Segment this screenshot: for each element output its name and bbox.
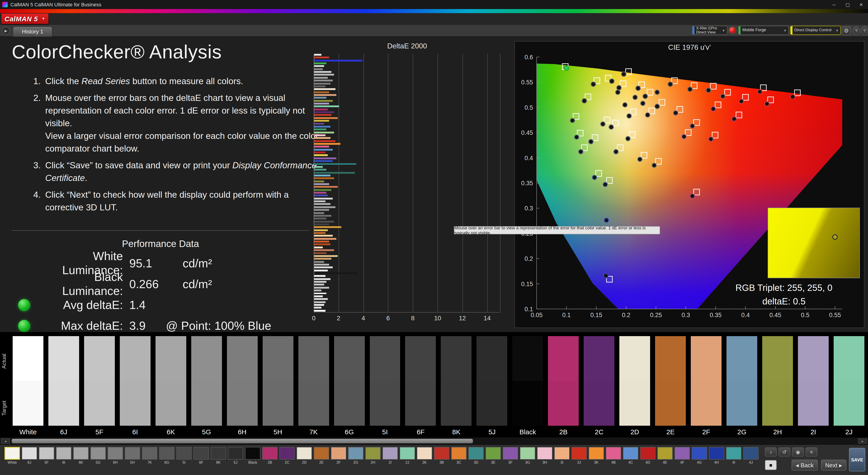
deltae-error-bar[interactable]	[314, 80, 333, 82]
datapoint-swatch[interactable]: 3J	[571, 447, 587, 465]
deltae-error-bar[interactable]	[314, 200, 325, 202]
pattern-window-button[interactable]: ■	[765, 460, 777, 470]
deltae-error-bar[interactable]	[314, 103, 329, 105]
deltae-error-bar[interactable]	[314, 146, 329, 148]
datapoint-swatch[interactable]: 4D	[640, 447, 655, 465]
datapoint-swatch[interactable]: 2I	[382, 447, 398, 465]
refresh-icon-button[interactable]: ↺	[778, 447, 790, 456]
datapoint-swatch[interactable]: 2H	[365, 447, 381, 465]
datapoint-swatch[interactable]: 5I	[176, 447, 192, 465]
camera-icon-button[interactable]: ◉	[792, 447, 804, 456]
deltae-error-bar[interactable]	[314, 62, 327, 64]
datapoint-swatch[interactable]: 5G	[90, 447, 106, 465]
deltae-error-bar[interactable]	[314, 224, 329, 225]
deltae-error-bar[interactable]	[314, 304, 324, 306]
deltae-error-bar[interactable]	[314, 241, 329, 242]
save-button[interactable]: SAVE	[849, 448, 865, 471]
deltae-error-bar[interactable]	[314, 244, 330, 245]
deltae-error-bar[interactable]	[314, 258, 332, 260]
close-button[interactable]: ✕	[855, 0, 868, 9]
display-control-selector[interactable]: Direct Display Control ▼	[790, 26, 841, 35]
deltae-error-bar[interactable]	[314, 195, 328, 197]
deltae-error-bar[interactable]	[314, 59, 363, 61]
deltae-error-bar[interactable]	[314, 140, 335, 142]
scrollbar-handle[interactable]	[12, 439, 473, 443]
deltae-error-bar[interactable]	[314, 293, 327, 294]
deltae-error-bar[interactable]	[314, 206, 335, 208]
deltae-error-bar[interactable]	[314, 94, 337, 96]
deltae-error-bar[interactable]	[314, 97, 327, 99]
deltae-error-bar[interactable]	[314, 128, 327, 130]
datapoint-swatch[interactable]: 6F	[193, 447, 209, 465]
minimize-button[interactable]: ─	[827, 0, 841, 9]
deltae-error-bar[interactable]	[314, 198, 333, 200]
deltae-error-bar[interactable]	[314, 218, 327, 219]
deltae-error-bar[interactable]	[314, 215, 332, 217]
deltae-error-bar[interactable]	[314, 307, 322, 309]
datapoint-swatch[interactable]: 3G	[520, 447, 535, 465]
deltae-error-bar[interactable]	[314, 54, 322, 56]
deltae-error-bar[interactable]	[314, 295, 323, 297]
datapoint-swatch[interactable]: 3F	[503, 447, 518, 465]
help-button[interactable]: ?	[852, 26, 860, 35]
deltae-error-bar[interactable]	[314, 68, 323, 70]
deltae-error-bar[interactable]	[314, 180, 324, 182]
deltae-error-bar[interactable]	[314, 71, 332, 73]
meter-selector[interactable]: X-Rite i1Pro Direct View ▼	[692, 26, 727, 35]
datapoint-swatch[interactable]: 3D	[468, 447, 484, 465]
deltae-error-bar[interactable]	[314, 154, 328, 156]
calman-logo-menu[interactable]: CalMAN 5 ▼	[1, 13, 49, 24]
deltae-error-bar[interactable]	[314, 143, 340, 145]
datapoint-swatch[interactable]: 2C	[279, 447, 295, 465]
help-button-2[interactable]: ?	[861, 26, 868, 35]
deltae-error-bar[interactable]	[314, 255, 338, 257]
deltae-error-bar[interactable]	[314, 264, 329, 266]
deltae-error-bar[interactable]	[314, 86, 325, 87]
deltae-error-bar[interactable]	[314, 88, 335, 90]
datapoint-swatch[interactable]: 2B	[262, 447, 278, 465]
deltae-error-bar[interactable]	[314, 91, 329, 93]
deltae-error-bar[interactable]	[314, 287, 329, 289]
deltae-error-bar[interactable]	[314, 137, 330, 139]
datapoint-swatch[interactable]: 4I	[726, 447, 741, 465]
deltae-error-bar[interactable]	[314, 77, 328, 79]
datapoint-swatch[interactable]: 2F	[331, 447, 346, 465]
datapoint-swatch[interactable]: 6I	[56, 447, 71, 465]
deltae-error-bar[interactable]	[314, 169, 327, 171]
datapoint-swatch[interactable]: 3B	[434, 447, 450, 465]
deltae-error-bar[interactable]	[314, 131, 334, 133]
deltae-error-bar[interactable]	[314, 229, 328, 231]
deltae-error-bar[interactable]	[314, 117, 338, 119]
deltae-error-bar[interactable]	[314, 227, 342, 228]
deltae-error-bar[interactable]	[314, 74, 334, 76]
deltae-error-bar[interactable]	[314, 172, 355, 174]
deltae-error-bar[interactable]	[314, 111, 334, 113]
source-selector[interactable]: Mobile Forge ▼	[738, 26, 789, 35]
deltae-error-bar[interactable]	[314, 100, 333, 101]
deltae-error-bar[interactable]	[314, 252, 327, 254]
deltae-error-bar[interactable]	[314, 235, 333, 237]
deltae-error-bar[interactable]	[314, 83, 330, 84]
deltae-error-bar[interactable]	[314, 109, 328, 110]
datapoint-swatch[interactable]: 4J	[743, 447, 758, 465]
deltae-error-bar[interactable]	[314, 298, 328, 300]
deltae-error-bar[interactable]	[314, 310, 325, 311]
scroll-right-icon[interactable]: ▸	[858, 438, 867, 444]
deltae-error-bar[interactable]	[314, 232, 325, 234]
deltae-error-bar[interactable]	[314, 175, 330, 176]
deltae-error-bar[interactable]	[314, 57, 329, 59]
deltae-error-bar[interactable]	[314, 272, 358, 274]
maximize-button[interactable]: ▢	[841, 0, 855, 9]
deltae-error-bar[interactable]	[314, 114, 332, 116]
deltae-error-bar[interactable]	[314, 246, 323, 248]
deltae-error-bar[interactable]	[314, 163, 356, 165]
scroll-left-icon[interactable]: ◂	[1, 438, 10, 444]
datapoint-swatch[interactable]: 3C	[451, 447, 467, 465]
datapoint-swatch[interactable]: 6H	[107, 447, 123, 465]
deltae-error-bar[interactable]	[314, 267, 333, 268]
audio-icon-button[interactable]: ♪	[765, 447, 777, 456]
back-button[interactable]: ◂ Back	[792, 459, 818, 471]
deltae-error-bar[interactable]	[314, 261, 324, 263]
deltae-error-bar[interactable]	[314, 149, 333, 150]
next-button[interactable]: Next ▸	[821, 459, 846, 471]
